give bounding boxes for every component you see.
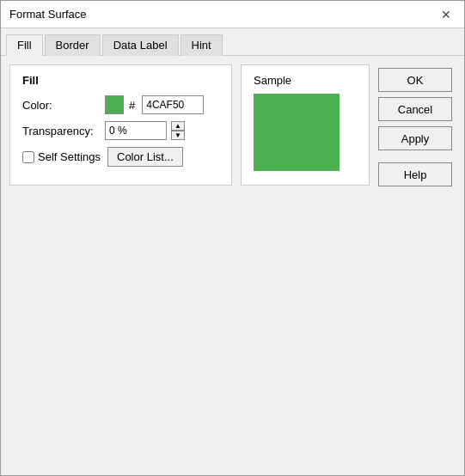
color-label: Color: <box>22 99 100 112</box>
tab-data-label[interactable]: Data Label <box>102 34 179 56</box>
tab-border[interactable]: Border <box>45 34 101 56</box>
color-swatch[interactable] <box>105 95 124 114</box>
close-button[interactable]: ✕ <box>437 5 456 24</box>
self-settings-checkbox[interactable] <box>22 151 34 163</box>
transparency-spinner[interactable]: ▲ ▼ <box>171 121 185 140</box>
ok-button[interactable]: OK <box>378 68 452 92</box>
tab-fill[interactable]: Fill <box>6 34 43 56</box>
transparency-label: Transparency: <box>22 125 100 137</box>
fill-group-title: Fill <box>22 74 219 87</box>
apply-button[interactable]: Apply <box>378 126 452 150</box>
sample-group: Sample <box>241 64 370 186</box>
title-bar: Format Surface ✕ <box>1 1 464 28</box>
self-settings-label[interactable]: Self Settings <box>22 150 101 163</box>
sample-color-box <box>254 94 340 171</box>
tab-bar: Fill Border Data Label Hint <box>1 28 464 56</box>
content-area: Fill Color: # Transparency: ▲ <box>1 56 464 475</box>
format-surface-dialog: Format Surface ✕ Fill Border Data Label … <box>0 0 465 476</box>
color-row: Color: # <box>22 95 219 114</box>
dialog-title: Format Surface <box>9 8 87 21</box>
self-settings-row: Self Settings Color List... <box>22 147 219 167</box>
right-buttons: OK Cancel Apply Help <box>378 64 456 467</box>
help-button[interactable]: Help <box>378 162 452 186</box>
spinner-up[interactable]: ▲ <box>171 121 185 131</box>
color-list-button[interactable]: Color List... <box>107 147 183 167</box>
cancel-button[interactable]: Cancel <box>378 97 452 121</box>
transparency-input[interactable] <box>105 121 167 140</box>
spinner-down[interactable]: ▼ <box>171 131 185 140</box>
tab-hint[interactable]: Hint <box>180 34 223 56</box>
sample-title: Sample <box>254 74 357 87</box>
hash-symbol: # <box>129 99 135 112</box>
main-panel: Fill Color: # Transparency: ▲ <box>9 64 370 467</box>
panels-row: Fill Color: # Transparency: ▲ <box>9 64 370 186</box>
fill-group: Fill Color: # Transparency: ▲ <box>9 64 232 186</box>
hex-color-input[interactable] <box>142 95 204 114</box>
close-icon: ✕ <box>441 8 451 21</box>
transparency-row: Transparency: ▲ ▼ <box>22 121 219 140</box>
